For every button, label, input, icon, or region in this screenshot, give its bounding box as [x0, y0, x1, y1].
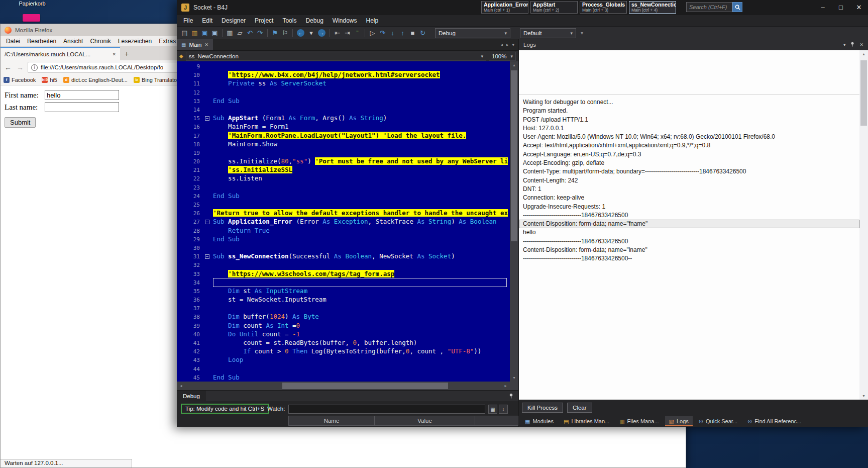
code-line[interactable]: 43 Loop: [177, 355, 510, 364]
recycle-bin-label[interactable]: Papierkorb: [9, 1, 55, 7]
step-out-icon[interactable]: ↑: [398, 28, 407, 38]
menu-project[interactable]: Project: [250, 16, 278, 26]
firefox-menu-datei[interactable]: Datei: [3, 37, 24, 46]
code-line[interactable]: 41 count = st.ReadBytes(buffer, 0, buffe…: [177, 338, 510, 347]
sub-select[interactable]: ss_NewConnection ▾: [186, 52, 486, 61]
code-line[interactable]: 42 If count > 0 Then Log(BytesToString(b…: [177, 347, 510, 355]
tab-close-icon[interactable]: ✕: [112, 52, 116, 57]
code-line[interactable]: 18 MainForm.Show: [177, 140, 510, 148]
dock-tab-files-mana[interactable]: ▥Files Mana...: [615, 416, 663, 426]
restart-icon[interactable]: ↻: [418, 28, 427, 38]
navigate-history-icon[interactable]: ▾: [306, 28, 316, 38]
code-line[interactable]: 22 ss.Listen: [177, 174, 510, 182]
code-line[interactable]: 10 'https://www.b4x.com/b4j/help/jnetwor…: [177, 70, 510, 79]
code-line[interactable]: 27−Sub Application_Error (Error As Excep…: [177, 217, 510, 226]
dock-tab-modules[interactable]: ▦Modules: [521, 416, 558, 426]
log-line[interactable]: -----------------------------18467633426…: [519, 211, 859, 220]
code-line[interactable]: 15−Sub AppStart (Form1 As Form, Args() A…: [177, 114, 510, 122]
zoom-select[interactable]: 100% ▾: [489, 52, 516, 61]
desktop-icon-pink[interactable]: [23, 14, 40, 22]
comment-icon[interactable]: ”: [353, 28, 362, 38]
menu-edit[interactable]: Edit: [197, 16, 217, 26]
code-line[interactable]: 34: [177, 278, 510, 287]
log-line[interactable]: User-Agent: Mozilla/5.0 (Windows NT 10.0…: [519, 133, 859, 141]
firefox-menu-lesezeichen[interactable]: Lesezeichen: [115, 37, 155, 46]
code-line[interactable]: 19: [177, 148, 510, 157]
log-line[interactable]: Waiting for debugger to connect...: [519, 98, 859, 107]
quick-button-application-error[interactable]: Application_ErrorMain (ctrl + 1): [481, 1, 528, 14]
last-name-input[interactable]: [45, 102, 119, 112]
log-line[interactable]: POST /upload HTTP/1.1: [519, 116, 859, 124]
code-line[interactable]: 16 MainForm = Form1: [177, 122, 510, 131]
code-line[interactable]: 20 ss.Initialize(80,"ss") 'Port must be …: [177, 157, 510, 165]
step-into-icon[interactable]: ↓: [388, 28, 397, 38]
log-line[interactable]: Connection: keep-alive: [519, 194, 859, 202]
scroll-up-icon[interactable]: ▴: [510, 61, 518, 69]
scroll-up-icon[interactable]: ▴: [859, 50, 868, 58]
redo-icon[interactable]: ↷: [255, 28, 265, 38]
bookmark-icon[interactable]: ⚑: [270, 28, 280, 38]
code-line[interactable]: 21 'ss.InitializeSSL: [177, 165, 510, 174]
fold-marker[interactable]: −: [205, 217, 213, 226]
code-editor[interactable]: 910 'https://www.b4x.com/b4j/help/jnetwo…: [177, 61, 510, 382]
log-line[interactable]: DNT: 1: [519, 185, 859, 194]
fold-marker[interactable]: −: [205, 114, 213, 122]
tab-scroll-right-icon[interactable]: ▸: [506, 42, 509, 47]
code-line[interactable]: 26'Return true to allow the default exce…: [177, 209, 510, 217]
step-over-icon[interactable]: ↷: [378, 28, 387, 38]
code-line[interactable]: 38 Dim buffer(1024) As Byte: [177, 312, 510, 321]
code-line[interactable]: 23: [177, 183, 510, 192]
code-line[interactable]: 29End Sub: [177, 235, 510, 243]
log-line[interactable]: Content-Disposition: form-data; name="ln…: [519, 246, 859, 254]
run-mode-select[interactable]: Debug ▾: [435, 28, 510, 38]
editor-horizontal-scrollbar[interactable]: ◂ ▸: [177, 382, 510, 390]
dock-tab-quick-sear[interactable]: ⊙Quick Sear...: [695, 416, 741, 426]
pin-icon[interactable]: [508, 393, 518, 399]
menu-designer[interactable]: Designer: [217, 16, 250, 26]
watch-grid-icon[interactable]: ▦: [488, 405, 497, 414]
search-input[interactable]: [686, 2, 732, 12]
code-line[interactable]: 36 st = NewSocket.InputStream: [177, 295, 510, 304]
bookmark-item-hi5[interactable]: hi5hi5: [42, 77, 57, 83]
tab-main[interactable]: ▦ Main ✕: [177, 39, 213, 50]
watch-input[interactable]: [288, 405, 485, 414]
code-line[interactable]: 39 Dim count As Int =0: [177, 321, 510, 330]
site-info-icon[interactable]: i: [31, 64, 38, 71]
pin-icon[interactable]: [850, 42, 855, 48]
minimize-button[interactable]: –: [814, 0, 832, 15]
back-icon[interactable]: ←: [4, 63, 13, 71]
open-project-icon[interactable]: ▥: [190, 28, 199, 38]
log-line[interactable]: Host: 127.0.0.1: [519, 124, 859, 133]
code-line[interactable]: 32: [177, 260, 510, 269]
quick-button-appstart[interactable]: AppStartMain (ctrl + 2): [530, 1, 578, 14]
tab-debug[interactable]: Debug: [177, 391, 206, 402]
scroll-down-icon[interactable]: ▾: [510, 374, 518, 382]
scroll-left-icon[interactable]: ◂: [177, 382, 185, 390]
log-line[interactable]: Accept: text/html,application/xhtml+xml,…: [519, 141, 859, 150]
log-line[interactable]: Accept-Language: en,en-US;q=0.7,de;q=0.3: [519, 150, 859, 159]
bookmark-item-facebook[interactable]: fFacebook: [4, 77, 36, 83]
scroll-right-icon[interactable]: ▸: [501, 382, 510, 390]
quick-button-ss-newconnection[interactable]: ss_NewConnectionMain (ctrl + 4): [629, 1, 676, 14]
run-icon[interactable]: ▷: [368, 28, 377, 38]
scroll-down-icon[interactable]: ▾: [859, 392, 868, 400]
log-line[interactable]: Accept-Encoding: gzip, deflate: [519, 159, 859, 167]
scrollbar-thumb[interactable]: [511, 70, 517, 241]
log-line[interactable]: Content-Length: 242: [519, 176, 859, 185]
tab-scroll-left-icon[interactable]: ◂: [500, 42, 503, 47]
copy-icon[interactable]: ▱: [235, 28, 245, 38]
navigate-forward-icon[interactable]: →: [318, 29, 325, 37]
dock-tab-find-all-referenc[interactable]: ⊙Find All Referenc...: [743, 416, 805, 426]
logs-body[interactable]: Waiting for debugger to connect...Progra…: [519, 50, 868, 400]
dock-tab-libraries-man[interactable]: ▤Libraries Man...: [560, 416, 613, 426]
menu-tools[interactable]: Tools: [278, 16, 301, 26]
menu-windows[interactable]: Windows: [328, 16, 362, 26]
log-line[interactable]: Content-Disposition: form-data; name="fn…: [519, 220, 859, 228]
tab-close-icon[interactable]: ✕: [204, 42, 208, 47]
code-line[interactable]: 28 Return True: [177, 226, 510, 235]
fold-marker[interactable]: −: [205, 252, 213, 260]
clear-button[interactable]: Clear: [567, 403, 592, 413]
save-all-icon[interactable]: ▣: [210, 28, 220, 38]
close-button[interactable]: ✕: [850, 0, 868, 15]
bookmark-item-bing-translato[interactable]: bBing Translato: [134, 77, 177, 83]
